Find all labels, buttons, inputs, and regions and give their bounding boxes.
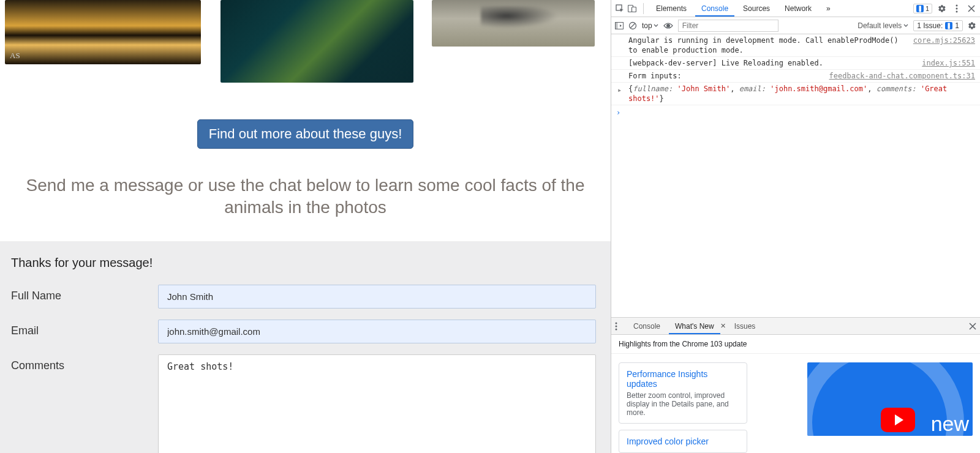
clear-console-icon[interactable] (628, 21, 637, 30)
close-icon[interactable] (967, 4, 976, 13)
tab-sources[interactable]: Sources (737, 1, 776, 17)
console-log-area: Angular is running in development mode. … (611, 34, 980, 317)
context-label: top (642, 21, 652, 30)
sidebar-toggle-icon[interactable] (615, 22, 624, 29)
gallery-image-3[interactable] (432, 0, 595, 47)
tab-elements[interactable]: Elements (650, 1, 693, 17)
tab-console[interactable]: Console (695, 1, 734, 17)
whatsnew-body: Performance Insights updates Better zoom… (611, 354, 980, 453)
play-icon (881, 408, 915, 432)
whatsnew-heading: Highlights from the Chrome 103 update (611, 335, 980, 354)
feedback-form: Thanks for your message! Full Name Email… (0, 241, 611, 453)
log-row: [webpack-dev-server] Live Reloading enab… (611, 57, 980, 70)
drawer-tab-console[interactable]: Console (627, 318, 666, 334)
log-message: Form inputs: (628, 71, 822, 81)
devtools-panel: Elements Console Sources Network » ❚1 (611, 0, 980, 453)
app-page: Find out more about these guys! Send me … (0, 0, 611, 453)
levels-label: Default levels (858, 21, 902, 30)
svg-point-12 (616, 325, 617, 327)
svg-point-3 (956, 4, 958, 6)
gear-icon[interactable] (937, 4, 947, 13)
live-expression-icon[interactable] (663, 22, 673, 29)
log-row: Angular is running in development mode. … (611, 34, 980, 57)
promo-text: new (931, 412, 969, 436)
kebab-icon[interactable] (952, 4, 962, 13)
image-gallery (0, 0, 611, 83)
section-heading: Send me a message or use the chat below … (18, 174, 592, 219)
email-input[interactable] (158, 320, 596, 343)
thanks-message: Thanks for your message! (11, 256, 600, 270)
expand-caret-icon[interactable]: ▸ (617, 85, 622, 95)
fullname-label: Full Name (11, 285, 158, 302)
find-out-more-button[interactable]: Find out more about these guys! (197, 119, 414, 149)
drawer-tab-issues[interactable]: Issues (728, 318, 762, 334)
log-object: {fullname: 'John Smith', email: 'john.sm… (628, 84, 975, 103)
issues-label: 1 Issue: (917, 21, 943, 30)
card-desc: Better zoom control, improved display in… (627, 391, 739, 417)
svg-point-11 (616, 322, 617, 324)
log-levels-selector[interactable]: Default levels (858, 21, 908, 30)
separator (643, 3, 644, 14)
email-label: Email (11, 320, 158, 337)
console-toolbar: top Default levels 1 Issue: ❚ 1 (611, 17, 980, 34)
drawer-tabbar: Console What's New ✕ Issues (611, 318, 980, 335)
devtools-drawer: Console What's New ✕ Issues Highlights f… (611, 317, 980, 453)
errors-count: 1 (925, 5, 929, 12)
inspect-icon[interactable] (615, 4, 625, 13)
chevron-down-icon (903, 23, 908, 28)
svg-point-4 (956, 7, 958, 9)
log-source-link[interactable]: core.mjs:25623 (913, 36, 975, 55)
fullname-input[interactable] (158, 285, 596, 309)
close-tab-icon[interactable]: ✕ (720, 322, 726, 330)
comments-label: Comments (11, 354, 158, 372)
gallery-image-2[interactable] (221, 0, 413, 83)
gear-icon[interactable] (968, 21, 976, 30)
card-title: Improved color picker (627, 436, 739, 446)
issue-chip-icon: ❚ (945, 22, 952, 29)
log-message: Angular is running in development mode. … (628, 36, 906, 55)
kebab-icon[interactable] (615, 322, 625, 331)
whatsnew-card[interactable]: Improved color picker (619, 430, 747, 453)
chevron-down-icon (654, 23, 658, 28)
svg-rect-2 (632, 7, 636, 12)
chat-icon: ❚ (916, 5, 924, 12)
errors-badge[interactable]: ❚1 (913, 4, 932, 13)
device-toggle-icon[interactable] (627, 4, 637, 13)
devtools-tabbar: Elements Console Sources Network » ❚1 (611, 0, 980, 17)
log-message: [webpack-dev-server] Live Reloading enab… (628, 58, 914, 68)
console-prompt[interactable]: › (611, 105, 980, 120)
drawer-tab-whatsnew[interactable]: What's New (669, 318, 720, 334)
filter-input[interactable] (678, 20, 778, 32)
log-source-link[interactable]: index.js:551 (922, 58, 975, 68)
comments-textarea[interactable]: Great shots! (158, 354, 596, 453)
svg-point-10 (666, 24, 670, 28)
svg-line-9 (630, 23, 635, 28)
issues-count: 1 (955, 21, 959, 30)
whatsnew-card[interactable]: Performance Insights updates Better zoom… (619, 362, 747, 424)
log-row: Form inputs: feedback-and-chat.component… (611, 70, 980, 83)
log-source-link[interactable]: feedback-and-chat.component.ts:31 (829, 71, 975, 81)
whatsnew-video-thumb[interactable]: new (807, 362, 973, 436)
svg-point-13 (616, 328, 617, 330)
log-row-object[interactable]: ▸ {fullname: 'John Smith', email: 'john.… (611, 83, 980, 105)
card-title: Performance Insights updates (627, 369, 739, 389)
tab-network[interactable]: Network (778, 1, 818, 17)
gallery-image-1[interactable] (5, 0, 201, 64)
svg-point-5 (956, 10, 958, 12)
close-icon[interactable] (969, 323, 976, 330)
tab-more[interactable]: » (820, 1, 837, 17)
context-selector[interactable]: top (642, 21, 658, 30)
issues-indicator[interactable]: 1 Issue: ❚ 1 (913, 20, 963, 31)
svg-rect-7 (616, 22, 618, 29)
